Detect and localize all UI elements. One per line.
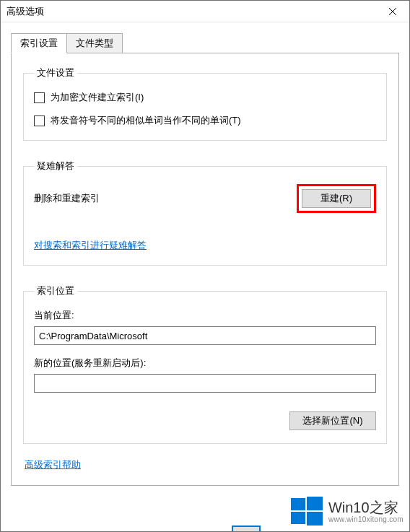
tab-panel-index-settings: 文件设置 为加密文件建立索引(I) 将发音符号不同的相似单词当作不同的单词(T)… [11, 53, 399, 486]
index-location-legend: 索引位置 [34, 284, 77, 297]
diacritics-option: 将发音符号不同的相似单词当作不同的单词(T) [34, 114, 376, 127]
rebuild-highlight: 重建(R) [297, 184, 376, 213]
svg-rect-1 [307, 497, 323, 510]
rebuild-label: 删除和重建索引 [34, 192, 100, 205]
rebuild-row: 删除和重建索引 重建(R) [34, 184, 376, 213]
close-icon [389, 8, 396, 15]
rebuild-button[interactable]: 重建(R) [302, 189, 371, 208]
watermark-text: Win10之家 www.win10xitong.com [328, 500, 404, 523]
close-button[interactable] [376, 1, 409, 22]
troubleshoot-legend: 疑难解答 [34, 160, 77, 173]
index-location-group: 索引位置 当前位置: 新的位置(服务重新启动后): 选择新位置(N) [23, 284, 387, 444]
advanced-index-help-link[interactable]: 高级索引帮助 [25, 458, 81, 471]
tab-index-settings[interactable]: 索引设置 [11, 33, 67, 53]
tab-file-types[interactable]: 文件类型 [67, 33, 123, 53]
diacritics-label[interactable]: 将发音符号不同的相似单词当作不同的单词(T) [51, 114, 241, 127]
file-settings-group: 文件设置 为加密文件建立索引(I) 将发音符号不同的相似单词当作不同的单词(T) [23, 66, 387, 141]
watermark-brand: Win10之家 [328, 500, 404, 515]
encrypted-files-label[interactable]: 为加密文件建立索引(I) [51, 91, 144, 104]
svg-rect-0 [291, 498, 305, 510]
new-location-label: 新的位置(服务重新启动后): [34, 357, 376, 370]
dialog-window: 高级选项 索引设置 文件类型 文件设置 为加密文件建立索引(I) 将发音符号不同… [0, 0, 410, 532]
current-location-label: 当前位置: [34, 309, 376, 322]
troubleshoot-link[interactable]: 对搜索和索引进行疑难解答 [34, 239, 147, 252]
partial-ok-button-edge [232, 526, 261, 531]
encrypted-files-option: 为加密文件建立索引(I) [34, 91, 376, 104]
titlebar: 高级选项 [1, 1, 409, 22]
encrypted-files-checkbox[interactable] [34, 92, 45, 103]
window-title: 高级选项 [6, 5, 376, 18]
file-settings-legend: 文件设置 [34, 66, 77, 79]
tab-strip: 索引设置 文件类型 [11, 33, 399, 53]
dialog-content: 索引设置 文件类型 文件设置 为加密文件建立索引(I) 将发音符号不同的相似单词… [1, 22, 409, 486]
troubleshoot-group: 疑难解答 删除和重建索引 重建(R) 对搜索和索引进行疑难解答 [23, 160, 387, 266]
select-new-location-button[interactable]: 选择新位置(N) [289, 411, 376, 430]
diacritics-checkbox[interactable] [34, 115, 45, 126]
new-location-field[interactable] [34, 374, 376, 393]
current-location-field[interactable] [34, 326, 376, 345]
bottom-cutoff [1, 521, 409, 531]
